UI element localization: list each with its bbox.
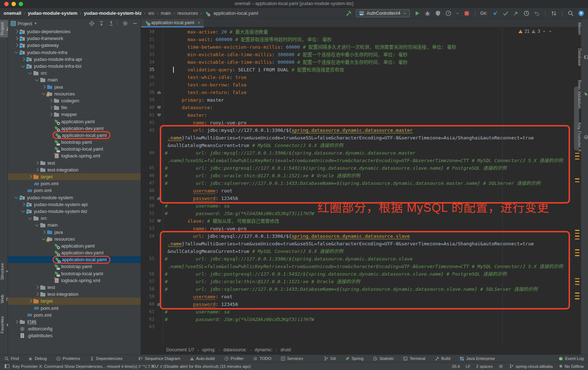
code-line[interactable]: 52 slave: # 模拟从库, 可根据自己需要修改 (141, 217, 572, 225)
fold-region-end-icon[interactable] (157, 91, 161, 94)
next-problem-icon[interactable] (548, 29, 552, 34)
line-number[interactable]: 41 (141, 111, 155, 119)
code-line[interactable]: 32 time-between-eviction-runs-millis: 60… (141, 43, 572, 51)
fold-gutter[interactable] (155, 89, 163, 96)
tree-item-application-yaml[interactable]: application.yaml (8, 118, 141, 125)
gitflow-widget[interactable]: No Gitflow (558, 364, 584, 369)
tree-item-java[interactable]: java (8, 84, 141, 90)
code-line[interactable]: 59 username: root (141, 293, 572, 300)
tool-window-button-services[interactable]: Services (281, 356, 303, 361)
breadcrumb-item-onemall[interactable]: onemall (4, 10, 21, 16)
tree-item-main[interactable]: main (8, 222, 141, 228)
tree-item-pom-xml[interactable]: pom.xml (8, 305, 141, 312)
fold-gutter[interactable] (155, 104, 163, 111)
code-line[interactable]: 54 url: jdbc:mysql://127.0.0.1:3306/${sp… (141, 232, 572, 240)
line-number[interactable]: 32 (141, 43, 155, 51)
chevron-down-icon[interactable] (21, 64, 26, 69)
fold-region-end-icon[interactable] (157, 303, 161, 306)
tree-item-test-integration[interactable]: test-integration (8, 291, 141, 298)
chevron-down-icon[interactable] (27, 216, 32, 221)
debug-button[interactable] (424, 10, 431, 17)
chevron-down-icon[interactable] (14, 195, 19, 200)
breadcrumb-item-yudao-module-system[interactable]: yudao-module-system (28, 10, 77, 16)
line-number[interactable]: 34 (141, 58, 155, 66)
select-opened-file-button[interactable] (89, 21, 95, 26)
tree-item-gitattributes[interactable]: .gitattributes (8, 332, 141, 339)
hide-panel-button[interactable] (132, 21, 138, 26)
tree-item-test[interactable]: test (8, 284, 141, 291)
line-number[interactable]: 42 (141, 119, 155, 126)
chevron-right-icon[interactable] (41, 229, 46, 235)
chevron-right-icon[interactable] (14, 36, 19, 41)
tree-item-logback-spring-xml[interactable]: logback-spring.xml (8, 277, 141, 284)
code-line[interactable]: 37 test-on-borrow: false (141, 81, 572, 89)
tool-window-button-todo[interactable]: TODO (253, 356, 271, 361)
code-line[interactable]: 38 test-on-return: false (141, 89, 572, 96)
line-number[interactable]: 33 (141, 51, 155, 58)
code-line[interactable]: 58# url: jdbc:sqlserver://127.0.0.1:1433… (141, 285, 572, 293)
line-number[interactable] (141, 248, 155, 255)
fold-region-start-icon[interactable] (157, 106, 161, 109)
tree-item-src[interactable]: src (8, 215, 141, 222)
tree-item-yudao-module-system[interactable]: yudao-module-system (8, 194, 141, 201)
code-line[interactable]: 31 max-wait: 600000 # 配置获取连接等待超时的时间, 单位:… (141, 36, 572, 43)
tree-item-mapper[interactable]: mapper (8, 111, 141, 118)
editor-breadcrumb-item-dynamic[interactable]: dynamic: (255, 347, 273, 352)
chevron-right-icon[interactable] (21, 202, 26, 207)
line-number[interactable]: 62 (141, 316, 155, 323)
tree-item-bootstrap-yaml[interactable]: bootstrap.yaml (8, 139, 141, 146)
tree-item-yudao-module-infra[interactable]: yudao-module-infra (8, 49, 141, 56)
chevron-right-icon[interactable] (27, 299, 32, 304)
tree-item-pom-xml[interactable]: pom.xml (8, 180, 141, 187)
line-number[interactable]: 63 (141, 323, 155, 331)
expand-all-button[interactable] (99, 21, 104, 26)
editor-breadcrumb-item-druid[interactable]: druid: (280, 347, 291, 352)
highlighting-level-icon[interactable] (498, 364, 503, 369)
stripe-item-structure[interactable]: Structure (0, 261, 8, 282)
search-everywhere-button[interactable] (567, 10, 574, 17)
code-line[interactable]: .name}?allowMultiQueries=true&useUnicode… (141, 134, 572, 142)
code-line[interactable]: 42 name: ruoyi-vue-pro (141, 119, 572, 126)
tree-item-main[interactable]: main (8, 76, 141, 83)
code-line[interactable]: 30 max-active: 20 # 最大连接池数量 (141, 28, 572, 36)
tree-item-target[interactable]: target (8, 173, 141, 180)
close-tab-icon[interactable]: × (198, 21, 200, 24)
git-push-button[interactable] (513, 10, 519, 17)
line-number[interactable]: 61 (141, 308, 155, 316)
line-number[interactable]: 37 (141, 81, 155, 89)
line-number[interactable]: 48 (141, 187, 155, 195)
fold-gutter[interactable] (155, 111, 163, 119)
tree-item-yudao-module-infra-api[interactable]: yudao-module-infra-api (8, 56, 141, 63)
line-number[interactable]: 36 (141, 73, 155, 81)
code-line[interactable]: 45# url: jdbc:postgresql://127.0.0.1:543… (141, 164, 572, 172)
tool-window-button-auto-build[interactable]: Auto-build (190, 356, 215, 361)
inspections-widget[interactable]: 21 3 (518, 29, 552, 34)
line-number[interactable]: 45 (141, 164, 155, 172)
project-view-title[interactable]: Project (18, 21, 32, 26)
editor-breadcrumb-item-datasource[interactable]: datasource: (223, 347, 247, 352)
panel-settings-button[interactable] (122, 21, 128, 26)
chevron-down-icon[interactable] (14, 50, 19, 55)
code-line[interactable]: 60 password: 123456 (141, 300, 572, 308)
tree-item-test-integration[interactable]: test-integration (8, 166, 141, 173)
code-line[interactable]: 46# url: jdbc:oracle:thin:@127.0.0.1:152… (141, 172, 572, 179)
git-branch-widget[interactable]: spring-cloud-alibaba (509, 364, 553, 369)
tool-window-button-git[interactable]: Git (324, 356, 336, 361)
chevron-down-icon[interactable] (21, 209, 26, 214)
line-number[interactable]: 57 (141, 278, 155, 285)
stripe-item-favorites[interactable]: Favorites (0, 314, 8, 335)
tool-window-button-find[interactable]: Find (4, 356, 19, 361)
fold-region-end-icon[interactable] (157, 197, 161, 200)
line-number[interactable]: 44 (141, 149, 155, 157)
tree-item-bootstrap-yaml[interactable]: bootstrap.yaml (8, 263, 141, 270)
chevron-right-icon[interactable] (21, 57, 26, 62)
run-configuration-select[interactable]: API AuthController#4 (356, 9, 410, 17)
code-line[interactable]: .name}?allowMultiQueries=true&useUnicode… (141, 240, 572, 248)
chevron-right-icon[interactable] (48, 105, 53, 110)
tree-item-归档[interactable]: 归档 (8, 318, 141, 325)
tree-item-yudao-module-system-api[interactable]: yudao-module-system-api (8, 201, 141, 208)
chevron-right-icon[interactable] (48, 112, 53, 117)
code-line[interactable]: 44# url: jdbc:mysql://127.0.0.1:3306/${s… (141, 149, 572, 157)
code-line[interactable]: 40 datasource: (141, 104, 572, 111)
tool-window-button-spring[interactable]: Spring (345, 356, 363, 361)
